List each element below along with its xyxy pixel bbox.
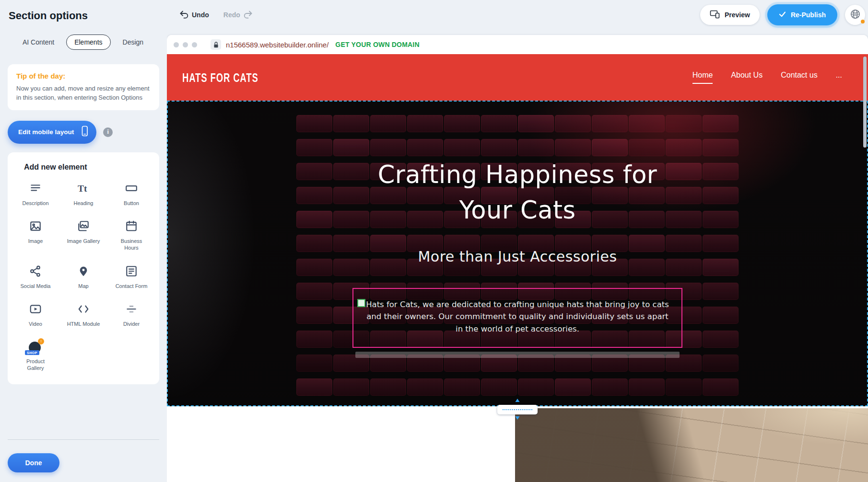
- undo-label: Undo: [192, 11, 209, 19]
- redo-icon: [244, 10, 253, 20]
- social-media-icon: [29, 265, 42, 279]
- add-element-card: Add new element Description Tt Heading B…: [8, 152, 159, 384]
- hat-tile: [370, 139, 406, 156]
- undo-icon: [179, 10, 188, 20]
- hat-tile: [703, 115, 739, 132]
- notification-dot: [861, 20, 865, 23]
- hero-title[interactable]: Crafting Happiness for Your Cats: [357, 157, 678, 228]
- history-controls: Undo Redo: [179, 0, 253, 30]
- hat-tile: [629, 115, 665, 132]
- globe-icon: [850, 9, 861, 22]
- section-options-panel: Section options AI Content Elements Desi…: [0, 0, 167, 482]
- video-icon: [29, 303, 42, 317]
- hat-tile: [444, 379, 480, 396]
- check-icon: [779, 11, 786, 19]
- hat-tile: [518, 379, 554, 396]
- site-logo[interactable]: HATS FOR CATS: [182, 70, 258, 84]
- done-button[interactable]: Done: [8, 453, 59, 472]
- info-icon[interactable]: i: [103, 127, 113, 137]
- element-button[interactable]: Button: [107, 182, 155, 207]
- nav-item-more[interactable]: ...: [836, 71, 842, 84]
- hat-tile: [407, 115, 443, 132]
- window-controls: [174, 42, 197, 47]
- page-scrollbar-thumb[interactable]: [863, 57, 867, 148]
- element-drag-handle[interactable]: [357, 299, 365, 307]
- hat-tile: [666, 115, 702, 132]
- hero-paragraph-text: Hats for Cats, we are dedicated to craft…: [365, 298, 670, 335]
- element-image[interactable]: Image: [12, 220, 59, 252]
- hat-tile: [481, 379, 517, 396]
- resize-arrows-icon: [514, 398, 521, 420]
- hat-tile: [296, 139, 332, 156]
- tab-ai-content[interactable]: AI Content: [14, 34, 62, 50]
- element-html-module[interactable]: HTML Module: [59, 303, 107, 327]
- element-map[interactable]: Map: [59, 265, 107, 289]
- redo-label: Redo: [223, 11, 240, 19]
- element-contact-form[interactable]: Contact Form: [107, 265, 155, 289]
- hero-paragraph-selected[interactable]: Hats for Cats, we are dedicated to craft…: [352, 288, 682, 348]
- hat-tile: [481, 139, 517, 156]
- element-divider[interactable]: Divider: [107, 303, 155, 327]
- hat-tile: [407, 139, 443, 156]
- element-video[interactable]: Video: [12, 303, 59, 327]
- nav-item-contact[interactable]: Contact us: [781, 71, 817, 84]
- site-nav: Home About Us Contact us ...: [692, 71, 842, 84]
- preview-button[interactable]: Preview: [700, 5, 760, 25]
- product-gallery-icon: SHOP ↑: [28, 341, 43, 354]
- heading-icon: Tt: [77, 182, 90, 196]
- hat-tile: [481, 115, 517, 132]
- map-icon: [77, 265, 90, 279]
- hat-tile: [666, 379, 702, 396]
- republish-label: Re-Publish: [791, 11, 826, 19]
- element-heading[interactable]: Tt Heading: [59, 182, 107, 207]
- hat-tile: [296, 379, 332, 396]
- element-product-gallery[interactable]: SHOP ↑ Product Gallery: [12, 341, 59, 372]
- section-resize-handle[interactable]: [496, 398, 539, 420]
- site-header[interactable]: HATS FOR CATS Home About Us Contact us .…: [167, 54, 868, 101]
- hat-tile: [555, 115, 591, 132]
- business-hours-icon: [125, 220, 138, 234]
- redo-button[interactable]: Redo: [223, 10, 253, 20]
- nav-item-home[interactable]: Home: [692, 71, 713, 84]
- tab-elements[interactable]: Elements: [66, 34, 110, 50]
- browser-address-bar: n1566589.websitebuilder.online/ GET YOUR…: [167, 35, 868, 54]
- language-globe-button[interactable]: [845, 5, 865, 25]
- hero-subtitle[interactable]: More than Just Accessories: [168, 248, 867, 265]
- element-image-gallery[interactable]: Image Gallery: [59, 220, 107, 252]
- contact-form-icon: [125, 265, 138, 279]
- window-dot: [183, 42, 188, 47]
- tab-design[interactable]: Design: [115, 34, 152, 50]
- site-url: n1566589.websitebuilder.online/: [226, 41, 328, 49]
- hat-tile: [666, 139, 702, 156]
- element-business-hours[interactable]: Business Hours: [107, 220, 155, 252]
- website-canvas: HATS FOR CATS Home About Us Contact us .…: [167, 54, 868, 482]
- get-domain-link[interactable]: GET YOUR OWN DOMAIN: [335, 41, 419, 48]
- nav-item-about[interactable]: About Us: [731, 71, 762, 84]
- window-dot: [192, 42, 197, 47]
- top-actions: Preview Re-Publish: [700, 0, 865, 30]
- phone-icon: [81, 126, 89, 138]
- edit-mobile-layout-button[interactable]: Edit mobile layout: [8, 121, 96, 144]
- hat-tile: [407, 379, 443, 396]
- hat-tile: [703, 139, 739, 156]
- element-social-media[interactable]: Social Media: [12, 265, 59, 289]
- undo-button[interactable]: Undo: [179, 10, 209, 20]
- element-grid: Description Tt Heading Button Image Imag…: [12, 182, 155, 372]
- sidebar-divider: [8, 439, 159, 440]
- devices-icon: [710, 10, 720, 20]
- hat-tile: [518, 139, 554, 156]
- republish-button[interactable]: Re-Publish: [767, 4, 837, 25]
- element-description[interactable]: Description: [12, 182, 59, 207]
- hat-tile: [370, 379, 406, 396]
- hat-tile: [629, 379, 665, 396]
- site-preview-frame: n1566589.websitebuilder.online/ GET YOUR…: [167, 35, 868, 482]
- svg-text:Tt: Tt: [78, 183, 87, 193]
- add-element-title: Add new element: [24, 163, 155, 172]
- image-icon: [29, 220, 42, 234]
- hat-tile: [629, 139, 665, 156]
- hero-section-selected[interactable]: Crafting Happiness for Your Cats More th…: [167, 101, 868, 406]
- description-icon: [29, 182, 42, 196]
- pavement-photo: [515, 408, 868, 482]
- edit-mobile-layout-label: Edit mobile layout: [18, 128, 74, 136]
- hat-tile: [703, 379, 739, 396]
